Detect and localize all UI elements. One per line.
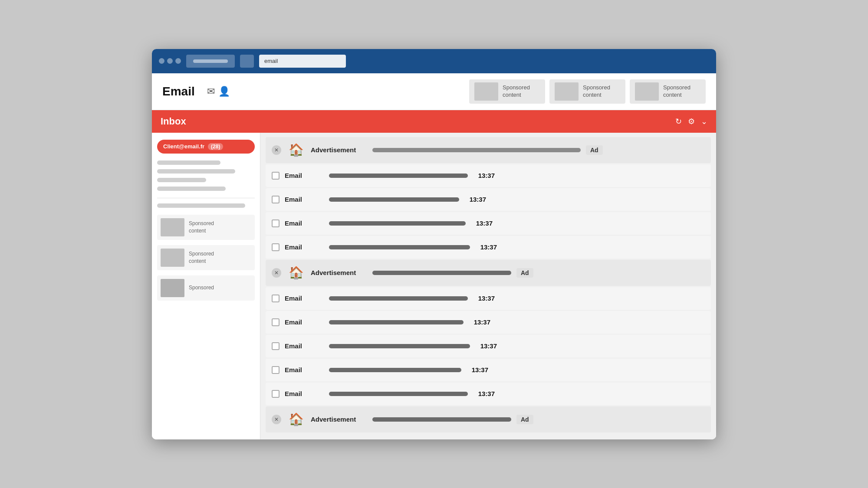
sidebar-divider — [157, 198, 255, 198]
email-preview-1 — [329, 174, 468, 178]
email-row-2[interactable]: Email 13:37 — [266, 188, 711, 211]
email-time-9: 13:37 — [473, 390, 495, 397]
minimize-dot[interactable] — [167, 58, 173, 64]
email-row-3[interactable]: Email 13:37 — [266, 212, 711, 235]
chevron-down-icon[interactable]: ⌄ — [701, 117, 707, 126]
sidebar-sponsored-2[interactable]: Sponsoredcontent — [157, 245, 255, 270]
account-button[interactable]: Client@email.fr (28) — [157, 140, 255, 154]
email-row-8[interactable]: Email 13:37 — [266, 359, 711, 381]
sidebar-sponsored-blocks: Sponsoredcontent Sponsoredcontent Sponso… — [157, 215, 255, 301]
email-sender-8: Email — [285, 366, 324, 373]
inbox-title: Inbox — [161, 116, 186, 127]
email-sender-9: Email — [285, 390, 324, 397]
nav-line-4 — [157, 187, 226, 191]
sponsor-image-1 — [474, 82, 498, 101]
sponsored-banner-3[interactable]: Sponsoredcontent — [630, 79, 706, 104]
sidebar-sponsor-img-1 — [161, 218, 184, 236]
sidebar-sponsored-1[interactable]: Sponsoredcontent — [157, 215, 255, 240]
email-preview-3 — [329, 221, 466, 226]
sidebar: Client@email.fr (28) Sponsoredcontent — [152, 133, 260, 439]
close-dot[interactable] — [159, 58, 164, 64]
ad-close-button-3[interactable]: ✕ — [272, 415, 281, 424]
address-bar[interactable]: email — [259, 55, 346, 68]
email-checkbox-9[interactable] — [272, 390, 279, 398]
email-preview-8 — [329, 368, 461, 372]
email-checkbox-3[interactable] — [272, 219, 279, 227]
ad-title-1: Advertisement — [311, 146, 367, 154]
email-row-1[interactable]: Email 13:37 — [266, 164, 711, 187]
sidebar-sponsor-img-2 — [161, 249, 184, 267]
email-row-5[interactable]: Email 13:37 — [266, 287, 711, 310]
ad-icon-1: 🏠 — [286, 141, 306, 160]
maximize-dot[interactable] — [175, 58, 181, 64]
ad-badge-1: Ad — [586, 145, 603, 155]
account-badge: (28) — [208, 143, 223, 150]
email-checkbox-8[interactable] — [272, 366, 279, 374]
email-sender-3: Email — [285, 219, 324, 227]
sidebar-line-bottom — [157, 203, 245, 208]
sponsor-text-1: Sponsoredcontent — [503, 84, 530, 99]
sidebar-sponsor-text-3: Sponsored — [189, 284, 214, 291]
tab-1-content — [193, 59, 228, 63]
sidebar-sponsor-text-2: Sponsoredcontent — [189, 250, 214, 265]
ad-close-button-1[interactable]: ✕ — [272, 145, 281, 155]
header-icons: ✉ 👤 — [207, 86, 230, 97]
refresh-icon[interactable]: ↻ — [675, 117, 682, 126]
ad-row-3: ✕ 🏠 Advertisement Ad — [266, 406, 711, 432]
email-preview-2 — [329, 197, 459, 202]
email-sender-2: Email — [285, 196, 324, 203]
sponsor-text-3: Sponsoredcontent — [663, 84, 690, 99]
ad-badge-3: Ad — [516, 415, 533, 424]
ad-icon-3: 🏠 — [286, 410, 306, 429]
account-email: Client@email.fr — [163, 143, 204, 150]
email-row-6[interactable]: Email 13:37 — [266, 311, 711, 334]
email-checkbox-5[interactable] — [272, 295, 279, 302]
email-preview-4 — [329, 245, 470, 249]
email-checkbox-6[interactable] — [272, 318, 279, 326]
ad-close-button-2[interactable]: ✕ — [272, 268, 281, 278]
email-checkbox-7[interactable] — [272, 342, 279, 350]
email-sender-1: Email — [285, 172, 324, 179]
email-preview-5 — [329, 296, 468, 301]
sponsored-banners: Sponsoredcontent Sponsoredcontent Sponso… — [469, 79, 706, 104]
browser-chrome: email — [152, 49, 716, 73]
email-checkbox-4[interactable] — [272, 243, 279, 251]
email-sender-7: Email — [285, 342, 324, 350]
sponsor-image-2 — [555, 82, 579, 101]
sidebar-sponsored-3[interactable]: Sponsored — [157, 275, 255, 301]
ad-preview-3 — [372, 417, 511, 422]
email-row-9[interactable]: Email 13:37 — [266, 383, 711, 405]
nav-line-3 — [157, 178, 206, 182]
email-row-4[interactable]: Email 13:37 — [266, 236, 711, 259]
sponsored-banner-2[interactable]: Sponsoredcontent — [549, 79, 625, 104]
ad-title-2: Advertisement — [311, 269, 367, 276]
sponsor-text-2: Sponsoredcontent — [583, 84, 610, 99]
sponsored-banner-1[interactable]: Sponsoredcontent — [469, 79, 545, 104]
browser-tab-1[interactable] — [186, 55, 235, 68]
app-body: Email ✉ 👤 Sponsoredcontent Sponsoredcont… — [152, 73, 716, 439]
email-checkbox-1[interactable] — [272, 172, 279, 180]
email-sender-6: Email — [285, 318, 324, 326]
email-preview-6 — [329, 320, 464, 324]
account-icon[interactable]: 👤 — [218, 86, 230, 97]
email-preview-7 — [329, 344, 470, 348]
nav-line-2 — [157, 169, 235, 174]
browser-tab-2[interactable] — [240, 55, 254, 68]
ad-preview-2 — [372, 271, 511, 275]
sponsor-image-3 — [635, 82, 659, 101]
email-icon[interactable]: ✉ — [207, 86, 215, 97]
sidebar-sponsor-text-1: Sponsoredcontent — [189, 220, 214, 235]
sidebar-sponsor-img-3 — [161, 279, 184, 297]
window-controls — [159, 58, 181, 64]
nav-line-1 — [157, 160, 220, 165]
email-time-2: 13:37 — [464, 196, 486, 203]
settings-icon[interactable]: ⚙ — [688, 117, 695, 126]
email-row-7[interactable]: Email 13:37 — [266, 335, 711, 357]
inbox-bar: Inbox ↻ ⚙ ⌄ — [152, 110, 716, 133]
email-time-7: 13:37 — [475, 342, 497, 350]
email-checkbox-2[interactable] — [272, 196, 279, 203]
app-header: Email ✉ 👤 Sponsoredcontent Sponsoredcont… — [152, 73, 716, 110]
ad-row-2: ✕ 🏠 Advertisement Ad — [266, 260, 711, 286]
email-sender-4: Email — [285, 243, 324, 251]
ad-icon-2: 🏠 — [286, 263, 306, 282]
